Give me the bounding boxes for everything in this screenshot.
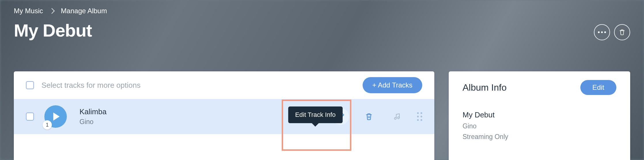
track-number-badge: 1 [43,120,52,129]
more-options-button[interactable] [594,24,610,40]
chevron-right-icon [49,8,55,14]
breadcrumb-current: Manage Album [61,7,107,15]
album-info-card: Album Info Edit My Debut Gino Streaming … [449,71,630,160]
track-checkbox[interactable] [26,113,34,121]
svg-point-0 [394,117,396,119]
select-all-checkbox[interactable] [26,81,34,89]
play-wrap: 1 [44,105,67,128]
breadcrumb: My Music Manage Album [14,7,630,15]
delete-track-button[interactable] [361,108,377,125]
delete-album-button[interactable] [614,24,630,40]
more-horizontal-icon [598,31,606,33]
tracks-card: Select tracks for more options + Add Tra… [14,71,434,160]
edit-album-button[interactable]: Edit [580,80,616,95]
trash-icon [619,29,625,36]
page-header: My Music Manage Album My Debut [0,0,644,71]
album-name: My Debut [463,111,616,119]
tracks-header: Select tracks for more options + Add Tra… [14,71,434,99]
breadcrumb-root-link[interactable]: My Music [14,7,43,15]
album-license: Streaming Only [463,133,616,141]
drag-handle-icon[interactable] [417,112,422,121]
track-row-actions [332,108,422,125]
select-hint-text: Select tracks for more options [41,81,363,90]
page-title: My Debut [14,20,630,41]
svg-point-1 [397,117,399,119]
play-icon [53,113,60,121]
album-artist: Gino [463,122,616,130]
track-row[interactable]: 1 Kalimba Gino [14,99,434,134]
album-info-header: Album Info Edit [463,80,616,95]
music-note-icon [389,108,406,125]
header-actions [594,24,630,40]
edit-track-tooltip: Edit Track Info [288,106,343,123]
album-info-heading: Album Info [463,82,507,93]
add-tracks-button[interactable]: + Add Tracks [363,77,422,93]
trash-icon [365,113,373,121]
